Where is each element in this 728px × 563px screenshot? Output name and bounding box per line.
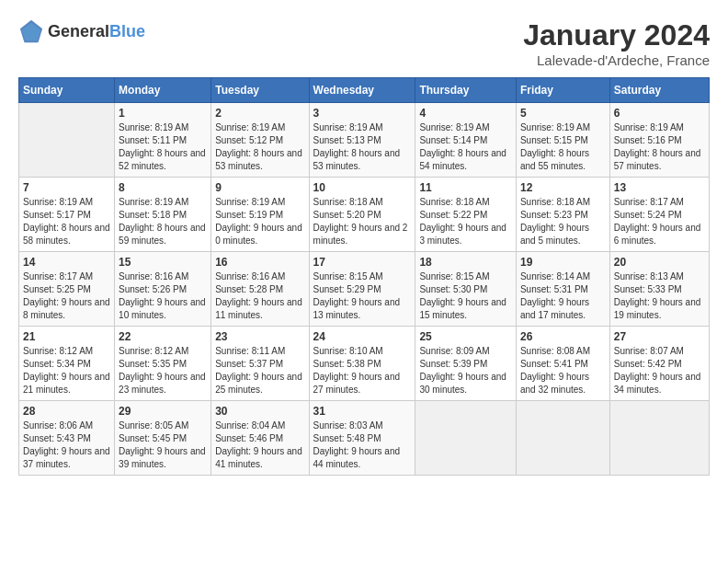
day-info: Sunrise: 8:19 AMSunset: 5:13 PMDaylight:…: [313, 121, 412, 173]
day-number: 15: [119, 256, 207, 269]
day-info: Sunrise: 8:11 AMSunset: 5:37 PMDaylight:…: [215, 345, 304, 396]
logo-icon: [18, 18, 44, 44]
day-number: 1: [119, 107, 207, 120]
day-info: Sunrise: 8:18 AMSunset: 5:22 PMDaylight:…: [419, 196, 512, 247]
day-info: Sunrise: 8:12 AMSunset: 5:35 PMDaylight:…: [119, 345, 207, 396]
calendar-cell: 22Sunrise: 8:12 AMSunset: 5:35 PMDayligh…: [115, 327, 211, 401]
day-number: 16: [215, 256, 304, 269]
day-info: Sunrise: 8:16 AMSunset: 5:28 PMDaylight:…: [215, 270, 304, 322]
day-info: Sunrise: 8:16 AMSunset: 5:26 PMDaylight:…: [119, 270, 207, 322]
calendar-cell: 18Sunrise: 8:15 AMSunset: 5:30 PMDayligh…: [415, 252, 517, 327]
calendar-week-row: 28Sunrise: 8:06 AMSunset: 5:43 PMDayligh…: [19, 401, 710, 476]
calendar-week-row: 1Sunrise: 8:19 AMSunset: 5:11 PMDaylight…: [19, 103, 710, 178]
calendar-week-row: 14Sunrise: 8:17 AMSunset: 5:25 PMDayligh…: [19, 252, 710, 327]
calendar-week-row: 21Sunrise: 8:12 AMSunset: 5:34 PMDayligh…: [19, 327, 710, 401]
day-number: 22: [119, 330, 207, 343]
day-info: Sunrise: 8:06 AMSunset: 5:43 PMDaylight:…: [23, 419, 110, 471]
day-info: Sunrise: 8:19 AMSunset: 5:15 PMDaylight:…: [520, 121, 606, 173]
day-info: Sunrise: 8:09 AMSunset: 5:39 PMDaylight:…: [419, 345, 512, 396]
day-number: 7: [23, 181, 110, 194]
calendar-table: Sunday Monday Tuesday Wednesday Thursday…: [18, 77, 710, 476]
day-number: 27: [614, 330, 705, 343]
day-info: Sunrise: 8:13 AMSunset: 5:33 PMDaylight:…: [614, 270, 705, 322]
calendar-cell: 26Sunrise: 8:08 AMSunset: 5:41 PMDayligh…: [516, 327, 609, 401]
day-info: Sunrise: 8:04 AMSunset: 5:46 PMDaylight:…: [215, 419, 304, 471]
calendar-cell: 15Sunrise: 8:16 AMSunset: 5:26 PMDayligh…: [115, 252, 211, 327]
calendar-cell: 1Sunrise: 8:19 AMSunset: 5:11 PMDaylight…: [115, 103, 211, 178]
day-number: 21: [23, 330, 110, 343]
calendar-cell: 7Sunrise: 8:19 AMSunset: 5:17 PMDaylight…: [19, 178, 115, 252]
day-number: 26: [520, 330, 606, 343]
day-number: 2: [215, 107, 304, 120]
logo-general: General: [48, 22, 109, 40]
calendar-cell: [516, 401, 609, 476]
day-info: Sunrise: 8:19 AMSunset: 5:17 PMDaylight:…: [23, 196, 110, 247]
day-number: 12: [520, 181, 606, 194]
calendar-cell: 2Sunrise: 8:19 AMSunset: 5:12 PMDaylight…: [211, 103, 309, 178]
day-number: 23: [215, 330, 304, 343]
day-info: Sunrise: 8:18 AMSunset: 5:20 PMDaylight:…: [313, 196, 412, 247]
calendar-cell: [19, 103, 115, 178]
day-info: Sunrise: 8:19 AMSunset: 5:14 PMDaylight:…: [419, 121, 512, 173]
day-number: 11: [419, 181, 512, 194]
day-number: 20: [614, 256, 705, 269]
day-info: Sunrise: 8:18 AMSunset: 5:23 PMDaylight:…: [520, 196, 606, 247]
logo-blue: Blue: [109, 22, 145, 40]
calendar-cell: 9Sunrise: 8:19 AMSunset: 5:19 PMDaylight…: [211, 178, 309, 252]
calendar-cell: [609, 401, 709, 476]
calendar-cell: 8Sunrise: 8:19 AMSunset: 5:18 PMDaylight…: [115, 178, 211, 252]
header-friday: Friday: [516, 78, 609, 103]
calendar-cell: 11Sunrise: 8:18 AMSunset: 5:22 PMDayligh…: [415, 178, 517, 252]
logo: GeneralBlue: [18, 18, 145, 44]
day-number: 14: [23, 256, 110, 269]
day-info: Sunrise: 8:03 AMSunset: 5:48 PMDaylight:…: [313, 419, 412, 471]
day-info: Sunrise: 8:05 AMSunset: 5:45 PMDaylight:…: [119, 419, 207, 471]
calendar-cell: 30Sunrise: 8:04 AMSunset: 5:46 PMDayligh…: [211, 401, 309, 476]
calendar-cell: [415, 401, 517, 476]
calendar-cell: 5Sunrise: 8:19 AMSunset: 5:15 PMDaylight…: [516, 103, 609, 178]
calendar-cell: 24Sunrise: 8:10 AMSunset: 5:38 PMDayligh…: [309, 327, 415, 401]
calendar-cell: 13Sunrise: 8:17 AMSunset: 5:24 PMDayligh…: [609, 178, 709, 252]
calendar-cell: 19Sunrise: 8:14 AMSunset: 5:31 PMDayligh…: [516, 252, 609, 327]
calendar-cell: 31Sunrise: 8:03 AMSunset: 5:48 PMDayligh…: [309, 401, 415, 476]
day-number: 18: [419, 256, 512, 269]
page-header: GeneralBlue January 2024 Lalevade-d'Arde…: [18, 18, 710, 68]
calendar-cell: 17Sunrise: 8:15 AMSunset: 5:29 PMDayligh…: [309, 252, 415, 327]
calendar-cell: 25Sunrise: 8:09 AMSunset: 5:39 PMDayligh…: [415, 327, 517, 401]
day-info: Sunrise: 8:15 AMSunset: 5:30 PMDaylight:…: [419, 270, 512, 322]
day-info: Sunrise: 8:19 AMSunset: 5:19 PMDaylight:…: [215, 196, 304, 247]
calendar-week-row: 7Sunrise: 8:19 AMSunset: 5:17 PMDaylight…: [19, 178, 710, 252]
day-info: Sunrise: 8:07 AMSunset: 5:42 PMDaylight:…: [614, 345, 705, 396]
day-info: Sunrise: 8:12 AMSunset: 5:34 PMDaylight:…: [23, 345, 110, 396]
day-info: Sunrise: 8:10 AMSunset: 5:38 PMDaylight:…: [313, 345, 412, 396]
day-info: Sunrise: 8:17 AMSunset: 5:25 PMDaylight:…: [23, 270, 110, 322]
day-number: 19: [520, 256, 606, 269]
calendar-body: 1Sunrise: 8:19 AMSunset: 5:11 PMDaylight…: [19, 103, 710, 476]
calendar-cell: 4Sunrise: 8:19 AMSunset: 5:14 PMDaylight…: [415, 103, 517, 178]
day-number: 30: [215, 405, 304, 418]
day-info: Sunrise: 8:19 AMSunset: 5:16 PMDaylight:…: [614, 121, 705, 173]
day-number: 8: [119, 181, 207, 194]
location-subtitle: Lalevade-d'Ardeche, France: [523, 52, 710, 68]
day-number: 10: [313, 181, 412, 194]
calendar-cell: 3Sunrise: 8:19 AMSunset: 5:13 PMDaylight…: [309, 103, 415, 178]
header-tuesday: Tuesday: [211, 78, 309, 103]
day-info: Sunrise: 8:19 AMSunset: 5:18 PMDaylight:…: [119, 196, 207, 247]
day-number: 31: [313, 405, 412, 418]
header-thursday: Thursday: [415, 78, 517, 103]
day-info: Sunrise: 8:19 AMSunset: 5:11 PMDaylight:…: [119, 121, 207, 173]
header-saturday: Saturday: [609, 78, 709, 103]
calendar-cell: 12Sunrise: 8:18 AMSunset: 5:23 PMDayligh…: [516, 178, 609, 252]
header-monday: Monday: [115, 78, 211, 103]
day-info: Sunrise: 8:17 AMSunset: 5:24 PMDaylight:…: [614, 196, 705, 247]
calendar-cell: 21Sunrise: 8:12 AMSunset: 5:34 PMDayligh…: [19, 327, 115, 401]
day-info: Sunrise: 8:14 AMSunset: 5:31 PMDaylight:…: [520, 270, 606, 322]
calendar-cell: 20Sunrise: 8:13 AMSunset: 5:33 PMDayligh…: [609, 252, 709, 327]
month-year-title: January 2024: [523, 18, 710, 52]
calendar-cell: 29Sunrise: 8:05 AMSunset: 5:45 PMDayligh…: [115, 401, 211, 476]
day-info: Sunrise: 8:15 AMSunset: 5:29 PMDaylight:…: [313, 270, 412, 322]
header-wednesday: Wednesday: [309, 78, 415, 103]
day-number: 17: [313, 256, 412, 269]
header-row: Sunday Monday Tuesday Wednesday Thursday…: [19, 78, 710, 103]
calendar-header: Sunday Monday Tuesday Wednesday Thursday…: [19, 78, 710, 103]
